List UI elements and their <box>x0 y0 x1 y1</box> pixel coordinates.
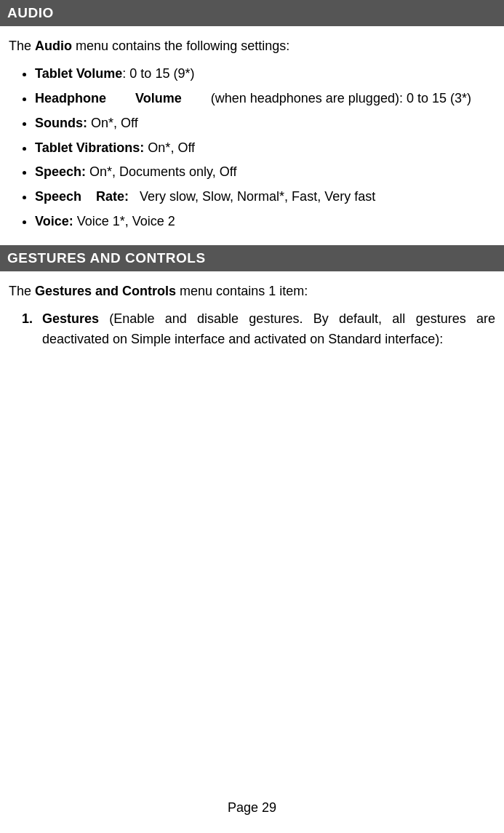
list-item: Speech Rate: Very slow, Slow, Normal*, F… <box>35 187 495 207</box>
audio-bold-title: Audio <box>35 39 72 53</box>
bullet-bold: Tablet Vibrations: <box>35 140 144 155</box>
bullet-text: On*, Off <box>144 140 195 155</box>
bullet-text: (when headphones are plugged): 0 to 15 (… <box>182 91 471 105</box>
gestures-intro-part2: menu contains 1 item: <box>176 284 308 298</box>
gestures-intro-part1: The <box>9 284 35 298</box>
bullet-bold: Speech Rate: <box>35 189 129 204</box>
gestures-intro-text: The Gestures and Controls menu contains … <box>9 282 495 302</box>
gestures-bold-title: Gestures and Controls <box>35 284 176 298</box>
bullet-text: Very slow, Slow, Normal*, Fast, Very fas… <box>129 189 375 204</box>
bullet-bold: Sounds: <box>35 116 87 130</box>
audio-intro-part2: menu contains the following settings: <box>72 39 289 53</box>
bullet-bold: Headphone Volume <box>35 91 182 105</box>
audio-intro-part1: The <box>9 39 35 53</box>
list-item: Sounds: On*, Off <box>35 113 495 134</box>
page-number: Page 29 <box>0 800 504 816</box>
list-item: Speech: On*, Documents only, Off <box>35 162 495 183</box>
bullet-text: On*, Off <box>87 116 138 130</box>
audio-section-header: AUDIO <box>0 0 504 26</box>
gestures-numbered-list: 1. Gestures (Enable and disable gestures… <box>22 309 495 350</box>
audio-intro-block: The Audio menu contains the following se… <box>0 26 504 245</box>
item-bold: Gestures <box>42 311 99 326</box>
bullet-bold: Speech: <box>35 164 86 179</box>
list-item: Tablet Volume: 0 to 15 (9*) <box>35 64 495 84</box>
gestures-section-header: GESTURES AND CONTROLS <box>0 245 504 271</box>
list-item: Headphone Volume (when headphones are pl… <box>35 89 495 109</box>
item-number: 1. <box>22 309 42 330</box>
bullet-text: On*, Documents only, Off <box>86 164 236 179</box>
audio-bullet-list: Tablet Volume: 0 to 15 (9*) Headphone Vo… <box>35 64 495 232</box>
bullet-text: : 0 to 15 (9*) <box>122 66 194 81</box>
bullet-bold: Voice: <box>35 214 73 228</box>
item-text: Gestures (Enable and disable gestures. B… <box>42 309 495 350</box>
list-item: Tablet Vibrations: On*, Off <box>35 138 495 159</box>
list-item: Voice: Voice 1*, Voice 2 <box>35 212 495 232</box>
item-description: (Enable and disable gestures. By default… <box>42 311 495 346</box>
bullet-text: Voice 1*, Voice 2 <box>73 214 175 228</box>
gestures-intro-block: The Gestures and Controls menu contains … <box>0 271 504 363</box>
bullet-bold: Tablet Volume <box>35 66 122 81</box>
list-item: 1. Gestures (Enable and disable gestures… <box>22 309 495 350</box>
audio-intro-text: The Audio menu contains the following se… <box>9 36 495 57</box>
